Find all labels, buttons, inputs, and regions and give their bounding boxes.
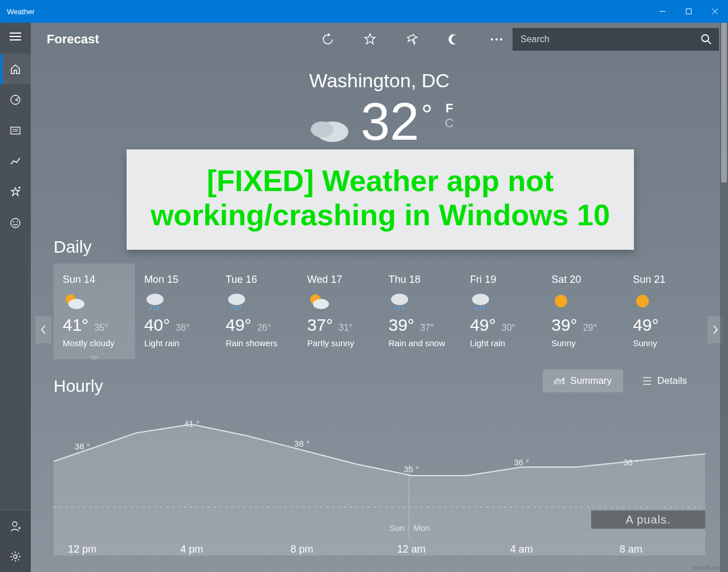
day-card[interactable]: Fri 1949°30°Light rain	[461, 263, 542, 359]
day-low: 29°	[583, 323, 597, 333]
hourly-time-label: 12 pm	[68, 543, 96, 555]
sidebar-item-feedback[interactable]	[0, 208, 31, 238]
sidebar-item-settings[interactable]	[0, 541, 31, 572]
day-condition: Rain showers	[226, 338, 289, 348]
sidebar-item-news[interactable]	[0, 115, 31, 146]
day-high: 39°	[551, 315, 577, 335]
hourly-time-label: 4 am	[510, 543, 533, 555]
day-high: 49°	[633, 315, 658, 335]
day-name: Mon 15	[144, 274, 208, 286]
svg-line-45	[479, 306, 481, 310]
details-label: Details	[657, 375, 687, 387]
day-high: 39°	[389, 315, 414, 335]
account-icon	[10, 520, 21, 532]
svg-line-24	[708, 41, 711, 44]
day-card[interactable]: Thu 1839°37°Rain and snow	[380, 263, 461, 359]
day-high: 41°	[63, 315, 88, 335]
vertical-scrollbar[interactable]	[720, 23, 728, 572]
hourly-chart-svg	[54, 407, 705, 555]
svg-point-20	[491, 38, 493, 40]
search-button[interactable]	[698, 31, 714, 47]
svg-point-23	[702, 35, 709, 42]
close-button[interactable]	[702, 0, 728, 23]
day-low: 30°	[502, 323, 515, 333]
day-name: Wed 17	[307, 274, 371, 286]
daily-prev-button[interactable]	[35, 316, 51, 343]
search-input[interactable]	[520, 34, 698, 44]
svg-point-22	[500, 38, 502, 40]
day-weather-icon	[470, 291, 533, 311]
maximize-icon	[685, 8, 692, 15]
overlay-banner: [FIXED] Weather app not working/crashing…	[127, 149, 634, 250]
svg-line-30	[150, 306, 151, 310]
list-icon	[642, 376, 652, 386]
pin-button[interactable]	[405, 33, 418, 46]
svg-point-48	[636, 295, 649, 307]
svg-line-41	[398, 306, 400, 310]
day-low: 26°	[257, 323, 271, 333]
sidebar-item-historical[interactable]	[0, 146, 31, 177]
favorite-button[interactable]	[363, 33, 376, 46]
radar-icon	[10, 94, 21, 106]
hourly-chart: 38 °41 °38 °35 °36 °36 °12 pm4 pm8 pm12 …	[54, 407, 705, 555]
sidebar-item-maps[interactable]	[0, 84, 31, 115]
day-card[interactable]: Mon 1540°36°Light rain	[135, 263, 217, 359]
svg-point-38	[313, 299, 329, 309]
unit-celsius[interactable]: C	[445, 116, 454, 131]
day-high: 37°	[307, 315, 333, 335]
svg-point-43	[472, 294, 489, 305]
day-condition: Sunny	[633, 338, 696, 348]
maximize-button[interactable]	[676, 0, 702, 23]
search-box[interactable]	[513, 28, 719, 51]
wsxdn-watermark: wsxdn.com	[693, 564, 725, 571]
day-condition: Sunny	[551, 338, 615, 348]
day-weather-icon	[633, 291, 696, 311]
sidebar-item-favorites[interactable]	[0, 177, 31, 208]
window-title: Weather	[7, 7, 35, 16]
pin-icon	[405, 33, 418, 46]
day-low: 31°	[339, 323, 352, 333]
sidebar-item-account[interactable]	[0, 510, 31, 541]
news-icon	[10, 125, 21, 136]
day-high: 49°	[226, 315, 251, 335]
svg-point-26	[311, 121, 334, 137]
ellipsis-icon	[490, 38, 502, 41]
day-condition: Partly sunny	[307, 338, 371, 348]
svg-line-31	[154, 306, 155, 310]
day-card[interactable]: Sat 2039°29°Sunny	[542, 263, 624, 359]
day-high: 40°	[144, 315, 170, 335]
day-name: Tue 16	[226, 274, 289, 286]
svg-line-32	[158, 306, 159, 310]
scrollbar-thumb[interactable]	[721, 23, 727, 182]
minimize-button[interactable]	[649, 0, 676, 23]
refresh-icon	[321, 33, 334, 46]
svg-rect-1	[686, 9, 692, 14]
chevron-left-icon	[40, 325, 46, 334]
svg-point-29	[147, 294, 164, 305]
hourly-summary-button[interactable]: Summary	[543, 370, 623, 392]
day-card[interactable]: Tue 1649°26°Rain showers	[217, 263, 298, 359]
day-card[interactable]: Sun 2149°Sunny	[624, 263, 705, 359]
sidebar-item-forecast[interactable]	[0, 54, 31, 84]
hourly-time-label: 8 am	[620, 543, 642, 555]
hamburger-button[interactable]	[0, 23, 31, 54]
current-temperature: 32	[361, 95, 419, 148]
hourly-details-button[interactable]: Details	[631, 370, 698, 392]
svg-point-14	[13, 221, 14, 222]
minimize-icon	[659, 8, 666, 15]
hourly-temp-label: 38 °	[75, 441, 90, 451]
day-high: 49°	[470, 315, 495, 335]
theme-button[interactable]	[448, 33, 460, 46]
close-icon	[711, 8, 718, 15]
search-icon	[701, 34, 712, 45]
day-weather-icon	[144, 291, 208, 311]
hourly-title: Hourly	[54, 376, 543, 396]
star-add-icon	[10, 186, 21, 198]
unit-fahrenheit[interactable]: F	[445, 101, 454, 116]
svg-line-34	[231, 306, 233, 310]
refresh-button[interactable]	[321, 33, 334, 46]
day-card[interactable]: Wed 1737°31°Partly sunny	[298, 263, 380, 359]
day-card[interactable]: Sun 1441°35°Mostly cloudy	[54, 263, 135, 359]
svg-line-36	[239, 306, 241, 310]
more-button[interactable]	[490, 33, 502, 46]
